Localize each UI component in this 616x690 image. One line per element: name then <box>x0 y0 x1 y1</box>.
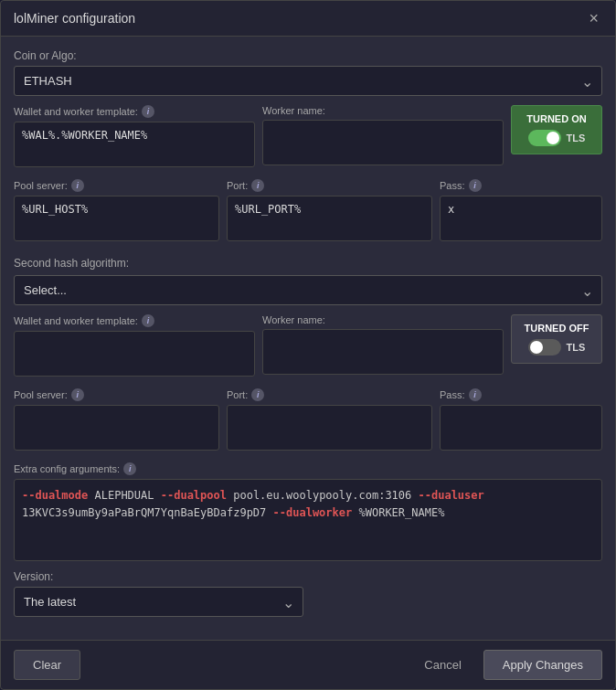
primary-tls-label: TLS <box>567 133 586 143</box>
dualmode-keyword: --dualmode <box>22 489 88 502</box>
primary-port-group: Port: i %URL_PORT% <box>227 179 432 244</box>
primary-wallet-input[interactable]: %WAL%.%WORKER_NAME% <box>14 122 255 167</box>
secondary-worker-group: Worker name: <box>262 314 504 377</box>
secondary-wallet-wrapper <box>14 331 255 379</box>
extra-config-info-icon: i <box>123 462 136 475</box>
extra-config-section: Extra config arguments: i --dualmode ALE… <box>14 462 602 561</box>
dualmode-value: ALEPHDUAL <box>94 489 160 502</box>
coin-algo-select-wrapper: ETHASH ⌄ <box>14 66 602 96</box>
primary-pool-info-icon: i <box>71 179 84 192</box>
primary-pool-label: Pool server: i <box>14 179 219 192</box>
dualpool-keyword: --dualpool <box>161 489 227 502</box>
secondary-pass-label: Pass: i <box>440 388 602 401</box>
secondary-tls-toggle-row: TLS <box>528 339 586 356</box>
secondary-pool-row: Pool server: i Port: i Pass: <box>14 388 602 453</box>
secondary-pool-info-icon: i <box>71 388 84 401</box>
secondary-tls-label: TLS <box>567 342 586 353</box>
secondary-algo-select-wrapper: Select... ⌄ <box>14 275 602 305</box>
secondary-algo-section: Second hash algorithm: Select... ⌄ <box>14 257 602 305</box>
primary-tls-toggle[interactable] <box>528 130 561 146</box>
secondary-port-wrapper <box>227 405 432 453</box>
primary-wallet-info-icon: i <box>142 105 154 118</box>
version-select[interactable]: The latest <box>14 587 303 617</box>
secondary-pass-wrapper <box>440 405 602 453</box>
clear-button[interactable]: Clear <box>14 650 80 680</box>
secondary-worker-label: Worker name: <box>262 314 504 325</box>
primary-pass-input[interactable]: x <box>440 196 602 241</box>
version-spacer <box>313 570 602 617</box>
secondary-tls-toggle[interactable] <box>528 339 561 356</box>
primary-pass-info-icon: i <box>469 179 482 192</box>
secondary-port-info-icon: i <box>251 388 264 401</box>
primary-pool-wrapper: %URL_HOST% <box>14 196 219 244</box>
secondary-pool-input[interactable] <box>14 405 219 451</box>
dualuser-value: 13KVC3s9umBy9aPaBrQM7YqnBaEyBDafz9pD7 <box>22 506 273 519</box>
secondary-tls-knob <box>530 341 543 354</box>
secondary-tls-status: TURNED OFF <box>525 323 589 334</box>
version-group: Version: The latest ⌄ <box>14 570 303 617</box>
secondary-wallet-input[interactable] <box>14 331 255 377</box>
primary-tls-knob <box>547 132 559 144</box>
secondary-pass-info-icon: i <box>469 388 482 401</box>
lolminer-config-dialog: lolMiner configuration × Coin or Algo: E… <box>0 0 616 690</box>
primary-worker-wrapper <box>262 120 504 168</box>
primary-tls-status: TURNED ON <box>526 113 586 124</box>
coin-algo-select[interactable]: ETHASH <box>14 66 602 96</box>
close-button[interactable]: × <box>585 10 602 27</box>
secondary-wallet-info-icon: i <box>142 314 154 327</box>
extra-config-label: Extra config arguments: i <box>14 462 602 475</box>
primary-worker-input[interactable] <box>262 120 504 165</box>
primary-worker-label: Worker name: <box>262 105 504 116</box>
primary-pool-input[interactable]: %URL_HOST% <box>14 196 219 241</box>
primary-pass-group: Pass: i x <box>440 179 602 244</box>
cancel-button[interactable]: Cancel <box>409 651 475 679</box>
dualworker-keyword: --dualworker <box>273 506 353 519</box>
primary-wallet-row: Wallet and worker template: i %WAL%.%WOR… <box>14 105 602 170</box>
secondary-worker-input[interactable] <box>262 329 504 375</box>
secondary-tls-box: TURNED OFF TLS <box>511 314 602 364</box>
coin-algo-section: Coin or Algo: ETHASH ⌄ <box>14 49 602 96</box>
secondary-tls-track <box>528 339 561 356</box>
primary-port-info-icon: i <box>251 179 264 192</box>
dialog-title: lolMiner configuration <box>14 11 135 26</box>
primary-pool-group: Pool server: i %URL_HOST% <box>14 179 219 244</box>
secondary-port-label: Port: i <box>227 388 432 401</box>
secondary-pool-wrapper <box>14 405 219 453</box>
primary-tls-box: TURNED ON TLS <box>511 105 602 154</box>
secondary-pass-input[interactable] <box>440 405 602 451</box>
dialog-header: lolMiner configuration × <box>1 1 615 37</box>
primary-wallet-label: Wallet and worker template: i <box>14 105 255 118</box>
primary-tls-toggle-row: TLS <box>528 130 586 146</box>
dialog-body: Coin or Algo: ETHASH ⌄ Wallet and worker… <box>1 37 615 640</box>
primary-port-wrapper: %URL_PORT% <box>227 196 432 244</box>
primary-pass-wrapper: x <box>440 196 602 244</box>
version-label: Version: <box>14 570 303 583</box>
dualworker-value: %WORKER_NAME% <box>358 506 444 519</box>
primary-pass-label: Pass: i <box>440 179 602 192</box>
primary-port-label: Port: i <box>227 179 432 192</box>
secondary-algo-label: Second hash algorithm: <box>14 257 602 270</box>
secondary-pass-group: Pass: i <box>440 388 602 453</box>
version-select-wrapper: The latest ⌄ <box>14 587 303 617</box>
secondary-algo-select[interactable]: Select... <box>14 275 602 305</box>
primary-pool-row: Pool server: i %URL_HOST% Port: i %URL_P… <box>14 179 602 244</box>
dualpool-value: pool.eu.woolypooly.com:3106 <box>233 489 418 502</box>
coin-algo-label: Coin or Algo: <box>14 49 602 62</box>
secondary-port-group: Port: i <box>227 388 432 453</box>
secondary-pool-group: Pool server: i <box>14 388 219 453</box>
secondary-wallet-row: Wallet and worker template: i Worker nam… <box>14 314 602 379</box>
primary-wallet-group: Wallet and worker template: i %WAL%.%WOR… <box>14 105 255 170</box>
footer-right: Cancel Apply Changes <box>409 650 602 680</box>
secondary-wallet-label: Wallet and worker template: i <box>14 314 255 327</box>
primary-port-input[interactable]: %URL_PORT% <box>227 196 432 241</box>
secondary-wallet-group: Wallet and worker template: i <box>14 314 255 379</box>
secondary-port-input[interactable] <box>227 405 432 451</box>
secondary-worker-wrapper <box>262 329 504 377</box>
dialog-footer: Clear Cancel Apply Changes <box>1 640 615 689</box>
primary-wallet-wrapper: %WAL%.%WORKER_NAME% <box>14 122 255 170</box>
primary-worker-group: Worker name: <box>262 105 504 168</box>
secondary-pool-label: Pool server: i <box>14 388 219 401</box>
dualuser-keyword: --dualuser <box>419 489 484 502</box>
primary-tls-track <box>528 130 561 146</box>
apply-changes-button[interactable]: Apply Changes <box>483 650 602 680</box>
